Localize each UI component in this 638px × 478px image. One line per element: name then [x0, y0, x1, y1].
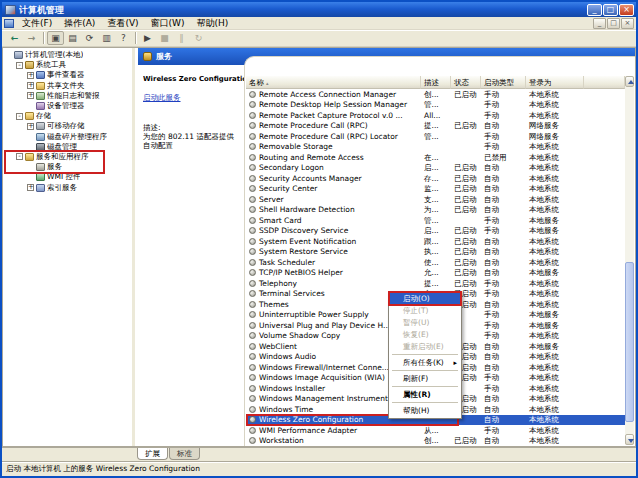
minimize-button[interactable]: _ [587, 4, 602, 16]
service-name: Windows Time [259, 405, 313, 414]
service-row[interactable]: Remote Desktop Help Session Manager管...手… [246, 100, 625, 111]
context-menu-item-4[interactable]: 重新启动(E) [390, 341, 460, 353]
service-row[interactable]: TCP/IP NetBIOS Helper允...已启动自动本地服务 [246, 268, 625, 279]
service-row[interactable]: System Event Notification跟...已启动自动本地系统 [246, 236, 625, 247]
service-status-cell [451, 152, 481, 163]
service-row[interactable]: Removable Storage手动本地系统 [246, 142, 625, 153]
close-button[interactable]: × [619, 4, 634, 16]
menu-item-2[interactable]: 查看(V) [101, 17, 144, 29]
mdi-window-icon[interactable] [4, 19, 14, 28]
service-name-cell: Remote Packet Capture Protocol v.0 ... [246, 110, 421, 121]
tree-item-6[interactable]: -存储 [3, 111, 132, 121]
service-gear-icon [249, 269, 256, 276]
service-row[interactable]: Routing and Remote Access在...已禁用本地系统 [246, 152, 625, 163]
tree-item-0[interactable]: 计算机管理(本地) [3, 50, 132, 60]
pause-service-button[interactable]: ∥ [173, 31, 190, 45]
tree-item-3[interactable]: +共享文件夹 [3, 81, 132, 91]
show-hide-console-tree-button[interactable]: ▣ [47, 31, 64, 45]
tree-item-label: 设备管理器 [47, 101, 85, 111]
service-row[interactable]: Workstation创...已启动自动本地系统 [246, 436, 625, 446]
expand-icon[interactable]: + [27, 72, 34, 79]
menu-item-4[interactable]: 帮助(H) [191, 17, 235, 29]
service-name: Remote Desktop Help Session Manager [259, 100, 407, 109]
service-startup-type-cell: 手动 [481, 215, 526, 226]
service-logon-as-cell: 本地系统 [526, 299, 625, 310]
tree-item-8[interactable]: 磁盘碎片整理程序 [3, 132, 132, 142]
start-service-button[interactable]: ▶ [139, 31, 156, 45]
service-startup-type-cell: 自动 [481, 247, 526, 258]
tree-item-13[interactable]: +索引服务 [3, 182, 132, 192]
restart-service-button[interactable]: ↻ [190, 31, 207, 45]
scroll-down-button[interactable] [625, 434, 634, 445]
mdi-restore-button[interactable]: □ [607, 18, 620, 29]
context-menu-item-2[interactable]: 暂停(U) [390, 317, 460, 329]
tab-1[interactable]: 标准 [169, 448, 200, 460]
refresh-button[interactable]: ⟳ [81, 31, 98, 45]
tree-item-5[interactable]: 设备管理器 [3, 101, 132, 111]
context-menu-item-8[interactable]: 刷新(F) [390, 373, 460, 385]
column-header-4[interactable]: 登录为 [526, 76, 584, 89]
menu-item-1[interactable]: 操作(A) [58, 17, 101, 29]
service-gear-icon [249, 395, 256, 402]
service-row[interactable]: Remote Procedure Call (RPC)提...已启动自动网络服务 [246, 121, 625, 132]
context-menu-item-12[interactable]: 帮助(H) [390, 405, 460, 417]
expand-icon[interactable]: + [27, 92, 34, 99]
service-row[interactable]: WMI Performance Adapter从...手动本地系统 [246, 425, 625, 436]
scroll-up-button[interactable] [625, 76, 634, 87]
maximize-button[interactable]: □ [603, 4, 618, 16]
column-header-3[interactable]: 启动类型 [481, 76, 526, 89]
service-name-cell: Remote Desktop Help Session Manager [246, 100, 421, 111]
vertical-scrollbar[interactable] [625, 76, 634, 445]
service-row[interactable]: Remote Access Connection Manager创...已启动手… [246, 89, 625, 100]
properties-button[interactable]: ▤ [64, 31, 81, 45]
mdi-minimize-button[interactable]: _ [593, 18, 606, 29]
back-button[interactable]: ← [6, 31, 23, 45]
context-menu-item-0[interactable]: 启动(O) [390, 293, 460, 305]
scroll-thumb[interactable] [625, 262, 634, 422]
service-row[interactable]: Task Scheduler使...已启动自动本地系统 [246, 257, 625, 268]
service-row[interactable]: SSDP Discovery Service启...已启动手动本地服务 [246, 226, 625, 237]
service-startup-type-cell: 手动 [481, 278, 526, 289]
expand-icon[interactable]: + [27, 82, 34, 89]
service-description-cell [421, 142, 451, 153]
service-name-cell: Telephony [246, 278, 421, 289]
service-row[interactable]: System Restore Service执...已启动自动本地系统 [246, 247, 625, 258]
help-button[interactable]: ? [115, 31, 132, 45]
context-menu-item-3[interactable]: 恢复(E) [390, 329, 460, 341]
tree-item-7[interactable]: +可移动存储 [3, 121, 132, 131]
start-service-link[interactable]: 启动此服务 [143, 93, 181, 103]
stop-service-button[interactable]: ■ [156, 31, 173, 45]
column-header-0[interactable]: 名称▴ [246, 76, 421, 89]
service-row[interactable]: Telephony提...已启动手动本地系统 [246, 278, 625, 289]
context-menu-item-10[interactable]: 属性(R) [390, 389, 460, 401]
tab-0[interactable]: 扩展 [137, 448, 168, 460]
context-menu-item-1[interactable]: 停止(T) [390, 305, 460, 317]
service-row[interactable]: Security Center监...已启动自动本地系统 [246, 184, 625, 195]
service-row[interactable]: Shell Hardware Detection为...已启动自动本地系统 [246, 205, 625, 216]
collapse-icon[interactable]: - [16, 113, 23, 120]
service-name: Server [259, 195, 284, 204]
service-row[interactable]: Smart Card管...手动本地服务 [246, 215, 625, 226]
export-list-button[interactable]: ▥ [98, 31, 115, 45]
column-header-1[interactable]: 描述 [421, 76, 451, 89]
menu-item-3[interactable]: 窗口(W) [145, 17, 191, 29]
service-row[interactable]: Remote Procedure Call (RPC) Locator管...手… [246, 131, 625, 142]
collapse-icon[interactable]: - [16, 62, 23, 69]
expand-icon[interactable]: + [27, 123, 34, 130]
service-row[interactable]: Server支...已启动自动本地系统 [246, 194, 625, 205]
scroll-down-icon [628, 439, 634, 443]
service-status-cell: 已启动 [451, 268, 481, 279]
service-row[interactable]: Secondary Logon启...已启动自动本地系统 [246, 163, 625, 174]
tree-item-2[interactable]: +事件查看器 [3, 70, 132, 80]
tree-item-1[interactable]: -系统工具 [3, 60, 132, 70]
service-status-cell: 已启动 [451, 89, 481, 100]
tree-item-4[interactable]: +性能日志和警报 [3, 91, 132, 101]
forward-button[interactable]: → [23, 31, 40, 45]
expand-icon[interactable]: + [27, 184, 34, 191]
service-row[interactable]: Remote Packet Capture Protocol v.0 ...Al… [246, 110, 625, 121]
service-row[interactable]: Security Accounts Manager存...已启动自动本地系统 [246, 173, 625, 184]
mdi-close-button[interactable]: × [621, 18, 634, 29]
column-header-2[interactable]: 状态 [451, 76, 481, 89]
context-menu-item-6[interactable]: 所有任务(K)▸ [390, 357, 460, 369]
menu-item-0[interactable]: 文件(F) [16, 17, 58, 29]
